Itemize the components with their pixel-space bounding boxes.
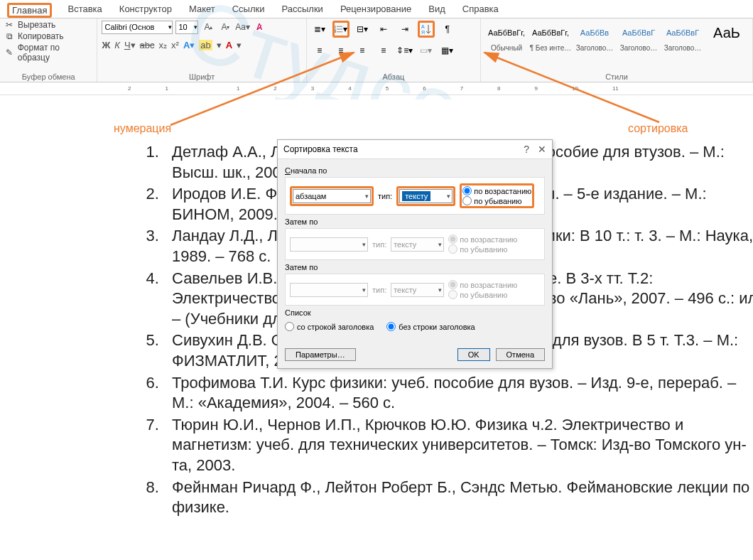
list-label: Список: [285, 308, 545, 317]
clipboard-group-title: Буфер обмена: [4, 72, 92, 82]
style-nospace[interactable]: АаБбВвГг, ¶ Без инте…: [529, 23, 572, 52]
desc-2: по убыванию: [448, 244, 517, 254]
tab-home[interactable]: Главная: [7, 3, 52, 18]
tab-references[interactable]: Ссылки: [231, 3, 266, 15]
align-left-button[interactable]: ≡: [311, 42, 328, 59]
type-label-3: тип:: [372, 286, 386, 294]
tab-view[interactable]: Вид: [427, 3, 447, 15]
format-painter-label: Формат по образцу: [18, 43, 93, 63]
underline-button[interactable]: Ч▾: [124, 40, 136, 50]
decrease-font-icon[interactable]: A▾: [218, 20, 232, 34]
sort-type-2[interactable]: тексту▾: [391, 237, 444, 252]
then-by-label-1: Затем по: [285, 217, 545, 226]
shading-button[interactable]: ▭▾: [418, 42, 435, 59]
copy-icon: ⧉: [4, 31, 14, 41]
asc-3: по возрастанию: [448, 280, 517, 289]
tab-insert[interactable]: Вставка: [66, 3, 103, 15]
increase-font-icon[interactable]: A▴: [201, 20, 215, 34]
align-right-button[interactable]: ≡: [354, 42, 371, 59]
borders-button[interactable]: ▦▾: [439, 42, 456, 59]
tab-layout[interactable]: Макет: [188, 3, 217, 15]
paragraph-group-title: Абзац: [311, 72, 476, 82]
close-icon[interactable]: ✕: [538, 144, 546, 155]
show-marks-button[interactable]: ¶: [439, 21, 456, 38]
style-heading1[interactable]: АаБбВв Заголово…: [573, 23, 616, 52]
tab-mailings[interactable]: Рассылки: [281, 3, 325, 15]
tab-help[interactable]: Справка: [461, 3, 500, 15]
style-heading2[interactable]: АаБбВвГ Заголово…: [617, 23, 660, 52]
desc-1[interactable]: по убыванию: [462, 196, 531, 205]
decrease-indent-button[interactable]: ⇤: [375, 21, 392, 38]
sort-button[interactable]: АЯ: [418, 21, 435, 38]
tab-design[interactable]: Конструктор: [118, 3, 173, 15]
tab-review[interactable]: Рецензирование: [339, 3, 413, 15]
brush-icon: ✎: [4, 48, 14, 58]
copy-button[interactable]: ⧉ Копировать: [4, 31, 92, 41]
highlight-button[interactable]: ab: [199, 40, 212, 50]
type-label-1: тип:: [378, 192, 392, 200]
change-case-icon[interactable]: Aa▾: [235, 20, 249, 34]
subscript-button[interactable]: x₂: [159, 40, 168, 50]
italic-button[interactable]: К: [114, 40, 120, 50]
then-by-label-2: Затем по: [285, 263, 545, 271]
justify-button[interactable]: ≡: [375, 42, 392, 59]
ruler: 211234567891011: [0, 82, 753, 95]
help-icon[interactable]: ?: [524, 144, 529, 155]
format-painter-button[interactable]: ✎ Формат по образцу: [4, 43, 92, 63]
scissors-icon: ✂: [4, 20, 14, 30]
no-header-radio[interactable]: без строки заголовка: [386, 322, 475, 331]
sort-field-3[interactable]: ▾: [290, 283, 368, 297]
type-label-2: тип:: [372, 240, 386, 249]
multilevel-list-button[interactable]: ⊟▾: [354, 21, 371, 38]
font-size-combo[interactable]: 10▾: [175, 21, 198, 34]
sort-field-2[interactable]: ▾: [290, 237, 368, 252]
asc-2: по возрастанию: [448, 235, 517, 244]
sort-type-1[interactable]: тексту▾: [399, 189, 453, 203]
with-header-radio[interactable]: со строкой заголовка: [285, 322, 374, 331]
svg-text:3: 3: [335, 31, 336, 33]
superscript-button[interactable]: x²: [171, 40, 179, 50]
bold-button[interactable]: Ж: [102, 40, 110, 50]
ok-button[interactable]: OK: [457, 348, 490, 361]
cancel-button[interactable]: Отмена: [496, 348, 545, 361]
style-title[interactable]: АаЬ: [705, 23, 748, 44]
ribbon-tabs: Главная Вставка Конструктор Макет Ссылки…: [0, 0, 753, 18]
increase-indent-button[interactable]: ⇥: [396, 21, 413, 38]
first-by-label: Сначала по: [285, 166, 545, 175]
sort-field-1[interactable]: абзацам▾: [293, 189, 371, 203]
line-spacing-button[interactable]: ⇕≡▾: [396, 42, 413, 59]
font-group-title: Шрифт: [102, 72, 301, 82]
style-normal[interactable]: АаБбВвГг, Обычный: [485, 23, 528, 52]
font-name-combo[interactable]: Calibri (Основ▾: [102, 21, 173, 34]
options-button[interactable]: Параметры…: [285, 348, 356, 361]
clear-formatting-icon[interactable]: A̷: [252, 20, 266, 34]
desc-3: по убыванию: [448, 290, 517, 299]
sort-dialog: Сортировка текста ? ✕ Сначала по абзацам…: [277, 139, 553, 369]
text-effects-button[interactable]: A▾: [183, 40, 195, 50]
bullets-button[interactable]: ≣▾: [311, 21, 328, 38]
numbering-button[interactable]: 123▾: [332, 21, 350, 38]
style-heading3[interactable]: АаБбВвГ Заголово…: [661, 23, 704, 52]
sort-type-3[interactable]: тексту▾: [391, 283, 444, 297]
ribbon: ✂ Вырезать ⧉ Копировать ✎ Формат по обра…: [0, 18, 753, 82]
svg-text:Я: Я: [421, 30, 425, 35]
annotation-numbering: нумерация: [114, 122, 171, 135]
align-center-button[interactable]: ≡: [332, 42, 350, 59]
cut-button[interactable]: ✂ Вырезать: [4, 20, 92, 30]
svg-text:А: А: [421, 24, 425, 29]
dialog-title: Сортировка текста: [283, 144, 358, 154]
list-item: Тюрин Ю.И., Чернов И.П., Крючков Ю.Ю. Фи…: [163, 415, 753, 476]
font-color-button[interactable]: A: [226, 40, 232, 50]
asc-1[interactable]: по возрастанию: [462, 186, 531, 195]
cut-label: Вырезать: [18, 20, 55, 30]
styles-group-title: Стили: [485, 72, 748, 82]
copy-label: Копировать: [18, 31, 64, 41]
annotation-sorting: сортировка: [628, 122, 688, 135]
list-item: Фейнман Ричард Ф., Лейтон Роберт Б., Сэн…: [163, 478, 753, 518]
strikethrough-button[interactable]: abc: [140, 40, 155, 50]
list-item: Трофимова Т.И. Курс физики: учеб. пособи…: [163, 373, 753, 414]
